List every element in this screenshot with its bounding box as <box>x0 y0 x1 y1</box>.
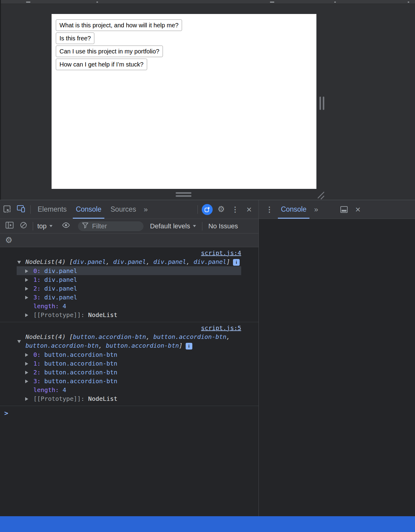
console-property-row[interactable]: 1:button.accordion-btn <box>17 359 241 368</box>
gear-icon: ⚙ <box>5 236 12 245</box>
log-levels-dropdown[interactable]: Default levels <box>148 222 198 230</box>
levels-label: Default levels <box>150 222 190 230</box>
bracket: ] <box>179 342 183 349</box>
colon: : <box>55 302 59 310</box>
console-property-row[interactable]: 2:div.panel <box>17 284 241 293</box>
console-settings-button[interactable]: ⚙ <box>5 236 12 244</box>
devtools-menu-button[interactable]: ⋮ <box>228 203 242 217</box>
expand-arrow-icon[interactable] <box>25 286 33 291</box>
console-property-row[interactable]: 1:div.panel <box>17 275 241 284</box>
expand-arrow-icon[interactable] <box>25 313 33 317</box>
device-toolbar-icon <box>17 205 25 214</box>
prototype-value: NodeList <box>88 311 117 319</box>
accordion-button[interactable]: How can I get help if I’m stuck? <box>56 59 147 70</box>
console-property-row[interactable]: 0:div.panel <box>17 266 241 275</box>
tab-label: Elements <box>38 205 67 213</box>
object-preview: NodeList(4) [div.panel, div.panel, div.p… <box>25 257 241 266</box>
devtools-main-column: Elements Console Sources » ⚙ ⋮ × <box>0 200 258 516</box>
property-value: button.accordion-btn <box>44 377 117 385</box>
console-property-row[interactable]: 2:button.accordion-btn <box>17 368 241 377</box>
property-key: 1 <box>33 276 37 283</box>
property-value: div.panel <box>44 276 77 283</box>
execution-context-selector[interactable]: top <box>35 222 54 230</box>
viewport-resize-handle-corner[interactable] <box>316 190 327 201</box>
viewport-resize-handle-right[interactable] <box>319 97 324 110</box>
source-link[interactable]: script.js:4 <box>201 249 241 257</box>
clear-console-button[interactable] <box>16 219 30 233</box>
colon: : <box>37 377 41 385</box>
device-toolbar-toggle[interactable] <box>14 203 28 217</box>
gear-icon: ⚙ <box>218 205 225 213</box>
object-preview-row[interactable]: NodeList(4) [div.panel, div.panel, div.p… <box>17 257 241 266</box>
drawer-close-button[interactable]: × <box>351 203 365 217</box>
collapse-arrow-icon[interactable] <box>17 257 25 266</box>
colon: : <box>81 311 85 319</box>
drawer-tabbar: ⋮ Console » × <box>259 200 415 219</box>
property-value: div.panel <box>44 285 77 292</box>
info-badge-icon: i <box>186 343 192 350</box>
dock-side-button[interactable] <box>337 203 351 217</box>
drawer-menu-button[interactable]: ⋮ <box>262 203 276 217</box>
object-preview: NodeList(4) [button.accordion-btn, butto… <box>25 332 241 350</box>
property-value: button.accordion-btn <box>44 351 117 358</box>
tab-elements[interactable]: Elements <box>33 200 71 219</box>
source-link[interactable]: script.js:5 <box>201 324 241 332</box>
drawer-tab-console[interactable]: Console <box>276 200 311 219</box>
expand-arrow-icon[interactable] <box>25 269 33 273</box>
console-sidebar-toggle[interactable] <box>2 219 16 233</box>
console-drawer-panel: ⋮ Console » × <box>258 200 415 516</box>
top-strip-artifact <box>408 2 409 3</box>
tab-label: Console <box>76 205 101 213</box>
expand-arrow-icon[interactable] <box>25 397 33 401</box>
devtools-close-button[interactable]: × <box>242 203 256 217</box>
console-prototype-row[interactable]: [[Prototype]]:NodeList <box>17 310 241 319</box>
top-strip-artifact <box>96 2 98 3</box>
console-property-row[interactable]: 3:button.accordion-btn <box>17 377 241 385</box>
accordion-button[interactable]: Can I use this project in my portfolio? <box>56 46 163 57</box>
tab-console[interactable]: Console <box>71 200 106 219</box>
drawer-more-tabs-button[interactable]: » <box>311 205 321 214</box>
console-filter[interactable] <box>78 221 143 231</box>
live-expression-button[interactable] <box>59 219 73 233</box>
filter-input[interactable] <box>92 222 138 230</box>
prototype-value: NodeList <box>88 395 117 402</box>
ai-assistance-button[interactable] <box>200 203 214 217</box>
console-sidebar-icon <box>5 222 14 230</box>
object-preview-row[interactable]: NodeList(4) [button.accordion-btn, butto… <box>17 332 241 350</box>
accordion-button[interactable]: Is this free? <box>56 32 94 44</box>
property-key: 0 <box>33 351 37 358</box>
expand-arrow-icon[interactable] <box>25 370 33 374</box>
expand-arrow-icon[interactable] <box>25 361 33 366</box>
expand-arrow-icon[interactable] <box>25 295 33 299</box>
settings-button[interactable]: ⚙ <box>214 203 228 217</box>
property-key: 0 <box>33 267 37 275</box>
accordion-button[interactable]: What is this project, and how will it he… <box>56 19 182 31</box>
console-output: script.js:4 NodeList(4) [div.panel, div.… <box>0 247 258 516</box>
bracket: [ <box>69 258 73 265</box>
devtools-tabbar: Elements Console Sources » ⚙ ⋮ × <box>0 200 258 219</box>
colon: : <box>37 294 41 301</box>
more-tabs-button[interactable]: » <box>141 205 151 214</box>
expand-arrow-icon[interactable] <box>25 379 33 383</box>
inspect-element-button[interactable] <box>0 203 14 217</box>
console-length-row: length:4 <box>17 385 241 394</box>
console-prototype-row[interactable]: [[Prototype]]:NodeList <box>17 394 241 403</box>
colon: : <box>81 395 85 402</box>
property-key: length <box>33 302 55 310</box>
expand-arrow-icon[interactable] <box>25 278 33 282</box>
collapse-arrow-icon[interactable] <box>17 332 25 350</box>
property-value: div.panel <box>44 294 77 301</box>
viewport-resize-handle-bottom[interactable] <box>176 192 191 197</box>
expand-arrow-icon[interactable] <box>25 353 33 357</box>
console-property-row[interactable]: 3:div.panel <box>17 293 241 302</box>
console-property-row[interactable]: 0:button.accordion-btn <box>17 350 241 359</box>
context-label: top <box>37 222 47 230</box>
colon: : <box>37 351 41 358</box>
divider <box>197 205 198 214</box>
property-value: div.panel <box>44 267 77 275</box>
console-prompt[interactable]: > <box>0 406 258 417</box>
devtools-panel: Elements Console Sources » ⚙ ⋮ × <box>0 200 415 516</box>
console-message: script.js:4 NodeList(4) [div.panel, div.… <box>0 247 258 322</box>
issues-counter[interactable]: No Issues <box>207 222 240 230</box>
tab-sources[interactable]: Sources <box>106 200 140 219</box>
